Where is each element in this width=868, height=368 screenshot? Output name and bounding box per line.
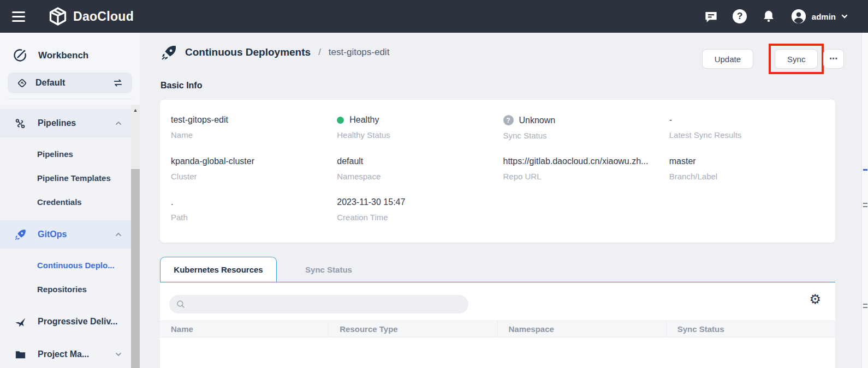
annotation-highlight-box: Sync [769, 44, 824, 74]
product-name: DaoCloud [73, 9, 134, 24]
field-sync-status: ? Unknown Sync Status [503, 115, 669, 140]
field-namespace: default Namespace [337, 156, 503, 181]
table-header-namespace[interactable]: Namespace [498, 321, 667, 337]
table-header-name[interactable]: Name [160, 321, 329, 337]
field-repo-url: https://gitlab.daocloud.cn/xiaowu.zh... … [503, 156, 669, 181]
daocloud-app: DaoCloud ? [0, 0, 868, 368]
workspace-name: Default [35, 78, 112, 88]
scrollbar-up-arrow[interactable]: ▲ [131, 105, 140, 113]
basic-info-card: test-gitops-edit Name Healthy Healthy St… [160, 100, 835, 243]
scrollbar-marker [863, 307, 867, 308]
section-title: Basic Info [160, 81, 202, 91]
scrollbar-marker [863, 203, 867, 204]
rocket-icon [160, 44, 177, 61]
unknown-status-icon: ? [503, 115, 514, 125]
sidebar-group-gitops[interactable]: GitOps [0, 220, 131, 249]
messages-icon[interactable] [704, 9, 718, 24]
sidebar-group-pipelines[interactable]: Pipelines [0, 109, 131, 137]
sidebar-top: Workbench Default [0, 33, 140, 99]
table-header-row: Name Resource Type Namespace Sync Status [160, 321, 835, 337]
navbar-right: ? admin [704, 8, 868, 25]
workbench-label: Workbench [38, 50, 88, 61]
notifications-bell-icon[interactable] [762, 9, 776, 24]
search-icon [176, 299, 186, 309]
table-header-sync-status[interactable]: Sync Status [667, 321, 835, 337]
sidebar-menu: Pipelines Pipelines Pipeline Templates C… [0, 105, 140, 368]
page-scrollbar[interactable] [861, 33, 868, 368]
gitops-rocket-icon [14, 228, 27, 241]
hamburger-menu-icon[interactable] [12, 8, 26, 25]
workspace-switcher[interactable]: Default [8, 73, 132, 93]
user-menu[interactable]: admin [790, 8, 848, 25]
help-icon[interactable]: ? [733, 9, 747, 24]
table-header-resource-type[interactable]: Resource Type [329, 321, 497, 337]
tab-sync-status[interactable]: Sync Status [277, 257, 381, 282]
field-creation-time: 2023-11-30 15:47 Creation Time [337, 197, 503, 222]
field-name: test-gitops-edit Name [171, 115, 337, 140]
field-latest-sync-results: - Latest Sync Results [669, 115, 835, 140]
sidebar-item-repositories[interactable]: Repositories [0, 277, 131, 301]
healthy-status-dot [337, 117, 344, 124]
sidebar-item-pipeline-templates[interactable]: Pipeline Templates [0, 166, 131, 190]
sidebar-group-progressive-delivery[interactable]: Progressive Deliv... [0, 307, 131, 336]
breadcrumb: Continuous Deployments / test-gitops-edi… [160, 41, 389, 63]
workspace-diamond-icon [16, 77, 28, 89]
field-path: . Path [171, 197, 337, 222]
chevron-down-icon [841, 13, 848, 20]
update-button[interactable]: Update [702, 49, 753, 69]
sidebar-item-credentials[interactable]: Credentials [0, 190, 131, 214]
breadcrumb-current: test-gitops-edit [329, 47, 390, 58]
navbar-left: DaoCloud [0, 7, 134, 26]
search-box[interactable] [169, 295, 468, 313]
tab-bar: Kubernetes Resources Sync Status [160, 257, 835, 282]
brand-logo[interactable]: DaoCloud [48, 7, 134, 26]
switch-workspace-icon[interactable] [112, 77, 123, 88]
search-input[interactable] [186, 295, 468, 313]
chevron-down-icon [115, 351, 122, 358]
chevron-up-icon [115, 119, 122, 127]
field-cluster: kpanda-global-cluster Cluster [171, 156, 337, 181]
project-folder-icon [14, 348, 27, 361]
sidebar-scrollbar[interactable]: ▲ [131, 105, 140, 368]
sidebar-item-continuous-deployments[interactable]: Continuous Deplo... [0, 253, 131, 277]
progressive-delivery-bird-icon [14, 316, 27, 328]
avatar [790, 8, 807, 25]
kubernetes-resources-panel: ⚙ Name Resource Type Namespace Sync Stat… [160, 283, 835, 368]
workbench-icon [13, 48, 27, 63]
username: admin [812, 12, 836, 21]
pipelines-icon [14, 117, 27, 130]
sync-button[interactable]: Sync [775, 49, 818, 69]
sidebar-item-pipelines[interactable]: Pipelines [0, 142, 131, 166]
chevron-up-icon [115, 231, 122, 238]
sidebar-scrollbar-thumb[interactable] [131, 169, 140, 368]
scrollbar-marker [863, 206, 867, 207]
field-healthy-status: Healthy Healthy Status [337, 115, 503, 140]
daocloud-cube-icon [48, 7, 68, 26]
top-navbar: DaoCloud ? [0, 0, 868, 33]
sidebar-divider [8, 99, 132, 99]
sidebar-group-project-management[interactable]: Project Ma... [0, 340, 131, 368]
sidebar-item-workbench[interactable]: Workbench [0, 41, 140, 69]
tab-kubernetes-resources[interactable]: Kubernetes Resources [160, 257, 277, 282]
page-actions: Update Sync ••• [702, 44, 844, 74]
field-branch-label: master Branch/Label [669, 156, 835, 181]
table-settings-gear-icon[interactable]: ⚙ [809, 293, 821, 306]
more-actions-button[interactable]: ••• [823, 49, 844, 69]
main-content: Continuous Deployments / test-gitops-edi… [140, 33, 861, 368]
scrollbar-marker [863, 304, 867, 305]
breadcrumb-root[interactable]: Continuous Deployments [185, 46, 311, 58]
breadcrumb-separator: / [318, 47, 321, 58]
sidebar: Workbench Default [0, 33, 140, 368]
scrollbar-marker [863, 169, 867, 171]
